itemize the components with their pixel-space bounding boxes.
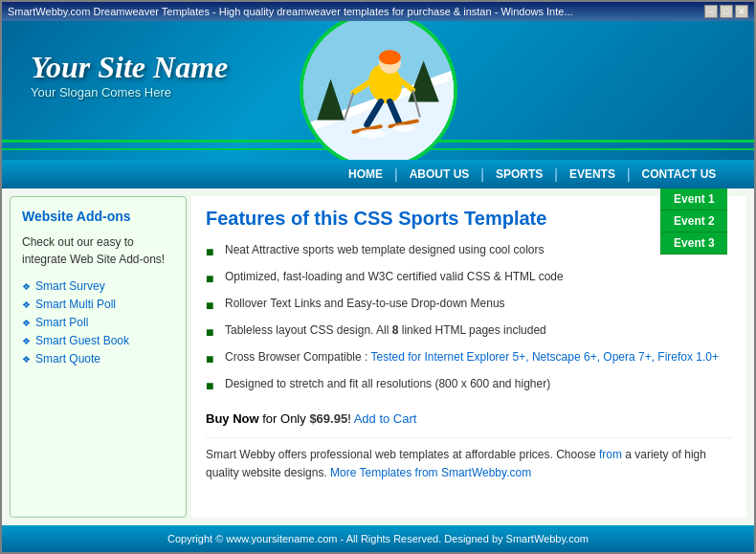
feature-text-5: Cross Browser Compatible : Tested for In…	[225, 348, 719, 366]
dropdown-event2[interactable]: Event 2	[660, 211, 727, 233]
bullet-icon: ■	[206, 322, 217, 343]
list-item: Smart Quote	[22, 352, 174, 366]
nav-items: HOME | ABOUT US | SPORTS | EVENTS | CONT…	[337, 160, 727, 188]
bullet-icon: ■	[206, 376, 217, 396]
svg-point-9	[379, 50, 401, 64]
price: $69.95	[309, 411, 347, 426]
feature-text-1: Neat Attractive sports web template desi…	[225, 241, 545, 258]
promo-prefix: Smart Webby offers professional web temp…	[206, 448, 599, 461]
buy-suffix: for Only	[259, 411, 310, 426]
list-item: Smart Guest Book	[22, 334, 174, 347]
dropdown-event3[interactable]: Event 3	[660, 233, 727, 255]
sidebar-links: Smart Survey Smart Multi Poll Smart Poll…	[22, 279, 174, 366]
nav-events[interactable]: EVENTS	[558, 160, 627, 188]
feature-text-2: Optimized, fast-loading and W3C certifie…	[225, 268, 564, 285]
sidebar-link-guestbook[interactable]: Smart Guest Book	[35, 334, 129, 347]
events-dropdown: Event 1 Event 2 Event 3	[660, 188, 727, 255]
main-content: Website Add-ons Check out our easy to in…	[2, 188, 754, 525]
feature-item-6: ■ Designed to stretch and fit all resolu…	[206, 375, 732, 396]
title-bar: SmartWebby.com Dreamweaver Templates - H…	[2, 2, 754, 21]
feature-item-1: ■ Neat Attractive sports web template de…	[206, 241, 732, 262]
dropdown-event1[interactable]: Event 1	[660, 188, 727, 211]
site-logo: Your Site Name Your Slogan Comes Here	[31, 50, 228, 100]
footer-text: Copyright © www.yoursitename.com - All R…	[167, 533, 589, 544]
sidebar-link-quote[interactable]: Smart Quote	[35, 352, 100, 366]
promo-from: from	[599, 448, 622, 461]
sidebar-link-multipoll[interactable]: Smart Multi Poll	[35, 298, 116, 311]
promo-section: Smart Webby offers professional web temp…	[206, 437, 732, 482]
nav-sports-wrapper: SPORTS	[484, 160, 554, 188]
feature-list: ■ Neat Attractive sports web template de…	[206, 241, 732, 396]
window-controls: – □ ✕	[704, 5, 748, 18]
site-slogan: Your Slogan Comes Here	[31, 85, 228, 100]
more-templates-link[interactable]: More Templates from SmartWebby.com	[330, 466, 531, 479]
maximize-button[interactable]: □	[720, 5, 733, 18]
sidebar-description: Check out our easy to integrate Web Site…	[22, 233, 174, 268]
nav-about[interactable]: ABOUT US	[398, 160, 481, 188]
bullet-icon: ■	[206, 242, 217, 262]
feature-text-3: Rollover Text Links and Easy-to-use Drop…	[225, 295, 505, 312]
list-item: Smart Survey	[22, 279, 174, 293]
feature-item-2: ■ Optimized, fast-loading and W3C certif…	[206, 268, 732, 289]
skier-image	[300, 21, 457, 160]
site-wrapper: Your Site Name Your Slogan Comes Here	[2, 21, 754, 552]
nav-sports[interactable]: SPORTS	[484, 167, 554, 181]
feature-item-5: ■ Cross Browser Compatible : Tested for …	[206, 348, 732, 369]
nav-contact[interactable]: CONTACT US	[631, 160, 728, 188]
sidebar: Website Add-ons Check out our easy to in…	[10, 196, 187, 518]
sidebar-link-poll[interactable]: Smart Poll	[35, 316, 88, 329]
svg-point-18	[358, 129, 386, 139]
close-button[interactable]: ✕	[735, 5, 748, 18]
bullet-icon: ■	[206, 296, 217, 316]
buy-section: Buy Now for Only $69.95! Add to Cart	[206, 408, 732, 426]
feature-item-3: ■ Rollover Text Links and Easy-to-use Dr…	[206, 295, 732, 316]
site-navigation: HOME | ABOUT US | SPORTS | EVENTS | CONT…	[2, 160, 754, 188]
minimize-button[interactable]: –	[704, 5, 718, 18]
buy-label: Buy Now	[206, 411, 259, 426]
site-name: Your Site Name	[31, 50, 228, 85]
window-title: SmartWebby.com Dreamweaver Templates - H…	[8, 6, 573, 17]
bullet-icon: ■	[206, 269, 217, 289]
site-header: Your Site Name Your Slogan Comes Here	[2, 21, 754, 160]
bullet-icon: ■	[206, 349, 217, 369]
sidebar-title: Website Add-ons	[22, 209, 174, 224]
feature-item-4: ■ Tableless layout CSS design. All 8 lin…	[206, 321, 732, 343]
svg-point-19	[392, 124, 414, 132]
list-item: Smart Poll	[22, 316, 174, 329]
content-title: Features of this CSS Sports Template	[206, 208, 732, 230]
feature-text-4: Tableless layout CSS design. All 8 linke…	[225, 321, 546, 339]
sidebar-link-survey[interactable]: Smart Survey	[35, 279, 105, 293]
feature-text-6: Designed to stretch and fit all resoluti…	[225, 375, 550, 392]
add-to-cart-link[interactable]: Add to Cart	[354, 411, 417, 426]
cross-browser-link[interactable]: Tested for Internet Explorer 5+, Netscap…	[371, 350, 720, 364]
nav-home[interactable]: HOME	[337, 160, 394, 188]
list-item: Smart Multi Poll	[22, 298, 174, 311]
site-footer: Copyright © www.yoursitename.com - All R…	[2, 525, 754, 552]
